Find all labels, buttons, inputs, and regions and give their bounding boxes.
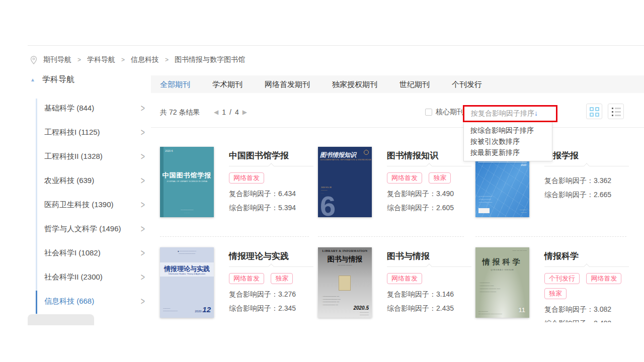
journal-cover[interactable]: ◆ ────────────────────────── 情报理论与实践 Inf… <box>160 247 214 318</box>
cover-issue-number: 6 <box>320 190 336 217</box>
journal-cover[interactable]: LIBRARY & INFORMATION 图书与情报 ── ──── ────… <box>318 247 372 318</box>
row-divider <box>160 236 309 237</box>
breadcrumb-separator: > <box>77 56 81 63</box>
title-underline <box>229 266 313 267</box>
sidebar-item-agriculture[interactable]: 农业科技 (639)> <box>44 168 135 193</box>
cover-footer-text: ──────────────── <box>360 311 369 316</box>
journal-cover[interactable]: 图书情报知识 DOCUMENTATION, INFORMATION & KNOW… <box>318 147 372 217</box>
comprehensive-impact-factor: 综合影响因子：2.665 <box>544 190 632 200</box>
journal-navigation-page: 期刊导航 > 学科导航 > 信息科技 > 图书情报与数字图书馆 ▲ 学科导航 基… <box>0 0 644 362</box>
sort-option-citations[interactable]: 按被引次数排序 <box>464 136 552 147</box>
sidebar-item-label: 社会科学II (2300) <box>44 273 103 282</box>
list-view-button[interactable] <box>608 104 624 119</box>
cover-header-text: ─── ── ── ─── <box>513 250 527 252</box>
sidebar-item-label: 信息科技 (668) <box>44 297 94 306</box>
total-pages: 4 <box>235 108 239 116</box>
comprehensive-impact-factor: 综合影响因子：2.435 <box>387 303 475 313</box>
core-journal-checkbox[interactable] <box>425 109 432 116</box>
chevron-right-icon: > <box>141 199 145 210</box>
composite-impact-factor: 复合影响因子：3.276 <box>229 289 317 299</box>
breadcrumb-item[interactable]: 期刊导航 <box>43 55 71 64</box>
breadcrumb-item-current: 图书情报与数字图书馆 <box>175 55 245 64</box>
sidebar-item-information-technology[interactable]: 信息科技 (668)> <box>44 289 135 313</box>
cover-barcode <box>478 208 490 213</box>
sort-option-latest-update[interactable]: 按最新更新排序 <box>464 147 552 158</box>
chevron-right-icon: > <box>141 103 145 114</box>
sidebar-subject-list: 基础科学 (844)> 工程科技I (1125)> 工程科技II (1328)>… <box>44 96 135 313</box>
cover-footer-text: ────────────────── <box>163 308 178 313</box>
cover-header-text: LIBRARY & INFORMATION <box>318 249 372 252</box>
pagination: ◀ 1 / 4 ▶ <box>214 108 247 116</box>
tab-exclusive-journals[interactable]: 独家授权期刊 <box>332 75 377 93</box>
cover-header-text: ◆ ────────────────────────── <box>160 250 214 255</box>
sidebar-item-social-science-1[interactable]: 社会科学I (1082)> <box>44 241 135 265</box>
results-count: 共 72 条结果 <box>160 108 200 117</box>
comprehensive-impact-factor: 综合影响因子：5.394 <box>229 203 317 213</box>
tab-all-journals[interactable]: 全部期刊 <box>160 75 190 93</box>
tab-online-first-journals[interactable]: 网络首发期刊 <box>265 75 310 93</box>
sidebar-item-label: 工程科技I (1125) <box>44 128 100 137</box>
cover-subtitle: Information Studies: Theory & Applicatio… <box>160 273 214 275</box>
comprehensive-impact-factor: 综合影响因子：2.345 <box>229 303 317 313</box>
cover-footer-text: ───────── <box>160 209 214 211</box>
cover-title: 图书情报知识 <box>320 151 356 159</box>
core-journal-label: 核心期刊 <box>436 108 464 117</box>
hidden-section-top <box>28 314 94 325</box>
sort-current-label: 按复合影响因子排序 <box>471 109 534 117</box>
journal-title[interactable]: 情报学报 <box>544 150 632 161</box>
sort-option-comprehensive-factor[interactable]: 按综合影响因子排序 <box>464 125 552 136</box>
cover-year: 2020 <box>521 163 526 166</box>
cover-rule <box>478 162 527 162</box>
chevron-right-icon: > <box>141 296 145 307</box>
cover-title: 图书与情报 <box>318 255 372 264</box>
title-underline <box>387 266 471 267</box>
badge-individual-publishing: 个刊发行 <box>544 273 580 284</box>
sidebar-item-basic-science[interactable]: 基础科学 (844)> <box>44 96 135 120</box>
chevron-right-icon: > <box>141 272 145 283</box>
journal-cover[interactable]: ─── ── ── ─── 情报科学 QINGBAO KEXUE · ─────… <box>475 247 529 318</box>
sidebar-item-label: 工程科技II (1328) <box>44 152 103 161</box>
journal-title[interactable]: 图书与情报 <box>387 250 475 262</box>
sidebar-item-engineering-2[interactable]: 工程科技II (1328)> <box>44 144 135 168</box>
journal-title[interactable]: 情报理论与实践 <box>229 250 317 262</box>
cover-subtitle: QINGBAO KEXUE <box>475 268 529 271</box>
journal-title[interactable]: 图书情报知识 <box>387 150 475 161</box>
cover-footer-text: ─────────── <box>520 209 527 214</box>
journal-cover[interactable]: 2020·6 中国图书馆学报 JOURNAL OF LIBRARY SCIENC… <box>160 147 214 217</box>
collapse-arrow-icon[interactable]: ▲ <box>30 77 35 82</box>
cover-subtitle: ── ──── ───── <box>318 264 372 266</box>
composite-impact-factor: 复合影响因子：3.490 <box>387 189 475 199</box>
sidebar-item-philosophy[interactable]: 哲学与人文科学 (1496)> <box>44 217 135 241</box>
chevron-right-icon: > <box>141 175 145 186</box>
cover-issue: 11 <box>518 306 525 314</box>
grid-view-button[interactable] <box>586 104 602 119</box>
sidebar-item-engineering-1[interactable]: 工程科技I (1125)> <box>44 120 135 144</box>
cover-emblem <box>364 150 369 155</box>
cover-footer-text: ── ──────── ──────── ────────── <box>478 310 502 315</box>
breadcrumb-item[interactable]: 信息科技 <box>131 55 159 64</box>
tab-century-journals[interactable]: 世纪期刊 <box>399 75 430 93</box>
breadcrumb-separator: > <box>165 56 169 63</box>
sidebar-title[interactable]: ▲ 学科导航 <box>30 74 74 85</box>
breadcrumb: 期刊导航 > 学科导航 > 信息科技 > 图书情报与数字图书馆 <box>30 54 245 65</box>
journal-title[interactable]: 情报科学 <box>544 250 632 262</box>
badge-online-first: 网络首发 <box>586 273 621 284</box>
comprehensive-impact-factor: 综合影响因子：2.402 <box>544 318 632 322</box>
cover-issue: 2020.5 <box>353 305 369 311</box>
sidebar-item-social-science-2[interactable]: 社会科学II (2300)> <box>44 265 135 289</box>
tab-academic-journals[interactable]: 学术期刊 <box>212 75 243 93</box>
sort-dropdown-button[interactable]: 按复合影响因子排序↓ <box>471 109 538 118</box>
badge-online-first: 网络首发 <box>387 172 422 184</box>
journal-title[interactable]: 中国图书馆学报 <box>229 150 317 161</box>
next-page-icon[interactable]: ▶ <box>243 109 247 116</box>
sidebar-rail-active-segment <box>36 291 37 314</box>
composite-impact-factor: 复合影响因子：3.146 <box>387 289 475 299</box>
prev-page-icon[interactable]: ◀ <box>214 109 218 116</box>
cover-toc-text: · ────────· ──────── ───· ─────── ──────… <box>479 282 500 294</box>
tab-individual-journals[interactable]: 个刊发行 <box>452 75 482 93</box>
cover-footer-text: ········· <box>160 212 214 214</box>
sidebar-item-medicine[interactable]: 医药卫生科技 (1390)> <box>44 193 135 217</box>
sidebar-item-label: 医药卫生科技 (1390) <box>44 200 114 210</box>
breadcrumb-item[interactable]: 学科导航 <box>87 55 115 64</box>
cover-issue: 2020·6 <box>165 149 214 152</box>
